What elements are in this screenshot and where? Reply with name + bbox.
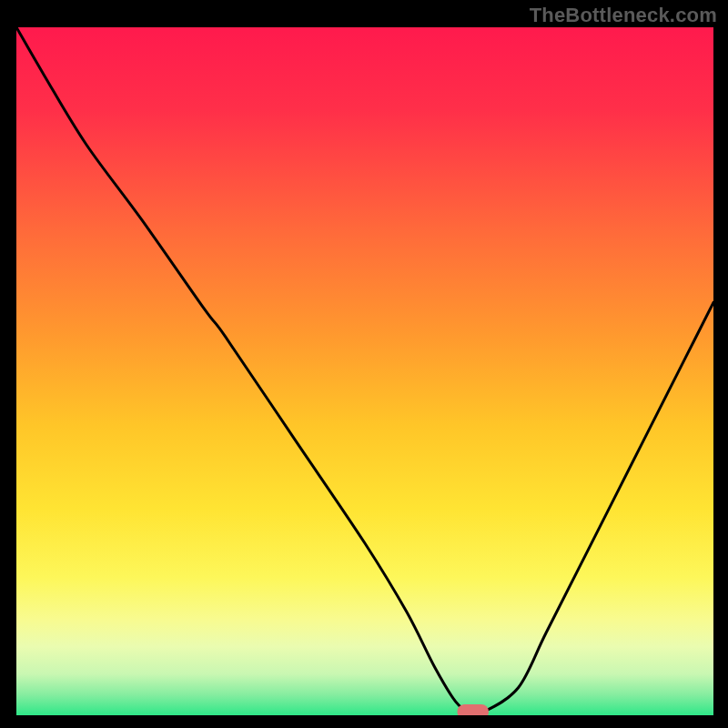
plot-area <box>16 27 713 715</box>
watermark-text: TheBottleneck.com <box>530 4 717 27</box>
bottleneck-chart <box>16 27 713 715</box>
gradient-background <box>16 27 713 715</box>
optimal-marker <box>457 704 488 715</box>
chart-frame: TheBottleneck.com <box>0 0 728 728</box>
